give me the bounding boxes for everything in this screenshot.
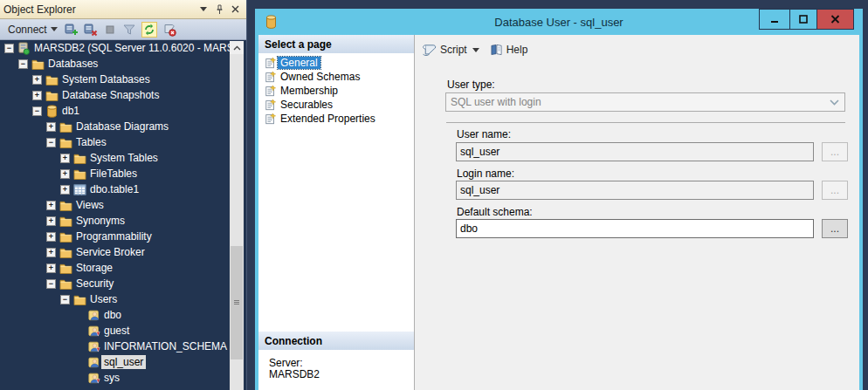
tree-item-programmability[interactable]: +Programmability: [0, 229, 246, 244]
expand-icon[interactable]: +: [46, 201, 56, 210]
expand-icon[interactable]: +: [46, 122, 56, 132]
folder-icon: [72, 153, 87, 164]
login-name-value: sql_user: [460, 184, 499, 196]
folder-icon: [31, 58, 45, 70]
page-item-label: Extended Properties: [278, 113, 378, 125]
object-explorer-title: Object Explorer: [3, 3, 196, 16]
tree-item-tables[interactable]: −Tables: [0, 134, 246, 150]
page-item-securables[interactable]: Securables: [258, 98, 414, 112]
expand-icon[interactable]: +: [60, 169, 70, 179]
filter-icon[interactable]: [121, 21, 138, 38]
connect-button[interactable]: Connect: [4, 21, 61, 38]
login-name-input: sql_user: [456, 181, 814, 200]
scroll-up-icon[interactable]: [230, 41, 244, 54]
tree-item-synonyms[interactable]: +Synonyms: [0, 213, 246, 229]
select-a-page-panel: Select a page GeneralOwned SchemasMember…: [258, 35, 415, 390]
tree-item-information-schema[interactable]: INFORMATION_SCHEMA: [0, 339, 246, 354]
expand-icon[interactable]: +: [32, 75, 42, 85]
collapse-icon[interactable]: −: [46, 279, 56, 289]
close-icon[interactable]: [227, 3, 243, 17]
default-schema-input[interactable]: dbo: [456, 219, 814, 238]
folder-icon: [45, 90, 59, 101]
tree-item-label: Database Diagrams: [73, 120, 171, 133]
collapse-icon[interactable]: −: [46, 138, 56, 147]
object-explorer-titlebar[interactable]: Object Explorer: [0, 0, 246, 19]
pin-icon[interactable]: [211, 3, 227, 17]
server-icon: [17, 42, 31, 55]
disconnect-server-icon[interactable]: [82, 21, 100, 38]
page-icon: [263, 71, 278, 83]
select-a-page-header: Select a page: [258, 35, 414, 53]
refresh-icon[interactable]: [140, 21, 159, 38]
tree-item-db1[interactable]: −db1: [0, 103, 246, 119]
expand-icon[interactable]: +: [60, 185, 70, 195]
tree-item-guest[interactable]: guest: [0, 323, 246, 339]
folder-icon: [72, 168, 87, 180]
tree-item-sql-user[interactable]: sql_user: [0, 354, 246, 370]
dialog-titlebar[interactable]: Database User - sql_user: [258, 9, 859, 35]
tree-item-system-databases[interactable]: +System Databases: [0, 72, 246, 87]
collapse-icon[interactable]: −: [4, 44, 14, 53]
expand-icon[interactable]: +: [46, 232, 56, 242]
script-dropdown-button[interactable]: [472, 48, 479, 52]
script-error-icon[interactable]: [161, 21, 178, 38]
script-button[interactable]: Script: [422, 44, 467, 56]
object-explorer-panel: Object Explorer Connect −MARSDB2 (SQL Se…: [0, 0, 247, 390]
folder-icon: [45, 74, 59, 86]
tree-item-label: Storage: [73, 261, 115, 275]
help-label: Help: [506, 44, 528, 56]
expand-icon[interactable]: +: [46, 248, 56, 257]
expand-icon[interactable]: +: [32, 91, 42, 100]
window-position-menu-icon[interactable]: [196, 3, 211, 17]
tree-item-label: Databases: [45, 57, 100, 71]
page-item-general[interactable]: General: [258, 56, 414, 70]
page-item-membership[interactable]: Membership: [258, 84, 414, 98]
tree-item-filetables[interactable]: +FileTables: [0, 166, 246, 181]
tree-item-dbo-table1[interactable]: +dbo.table1: [0, 181, 246, 197]
expand-icon[interactable]: +: [46, 216, 56, 226]
thumb-grip: [234, 300, 239, 304]
server-value: MARSDB2: [269, 369, 414, 380]
tree-item-views[interactable]: +Views: [0, 197, 246, 213]
close-button[interactable]: [817, 9, 854, 30]
tree-item-dbo[interactable]: dbo: [0, 307, 246, 323]
table-icon: [72, 184, 87, 195]
tree-item-security[interactable]: −Security: [0, 276, 246, 291]
default-schema-browse-button[interactable]: ...: [822, 219, 848, 238]
page-item-label: Owned Schemas: [278, 71, 362, 83]
tree-item-sys[interactable]: sys: [0, 370, 246, 386]
tree-item-database-diagrams[interactable]: +Database Diagrams: [0, 119, 246, 134]
tree-item-label: Security: [73, 277, 116, 291]
page-icon: [263, 113, 278, 125]
tree-item-label: Views: [73, 198, 107, 212]
login-name-label: Login name:: [457, 168, 514, 180]
dialog-toolbar: Script Help: [415, 35, 859, 65]
page-item-extended-properties[interactable]: Extended Properties: [258, 112, 414, 126]
tree-item-marsdb2-sql-server-11-0-6020-marsd[interactable]: −MARSDB2 (SQL Server 11.0.6020 - MARSD: [0, 40, 246, 56]
default-schema-label: Default schema:: [457, 206, 533, 218]
collapse-icon[interactable]: −: [18, 59, 28, 69]
page-item-owned-schemas[interactable]: Owned Schemas: [258, 70, 414, 84]
tree-item-databases[interactable]: −Databases: [0, 56, 246, 72]
connect-label: Connect: [8, 24, 47, 36]
help-button[interactable]: Help: [490, 44, 528, 56]
expand-icon[interactable]: +: [46, 263, 56, 273]
tree-item-database-snapshots[interactable]: +Database Snapshots: [0, 87, 246, 103]
minimize-button[interactable]: [759, 9, 790, 30]
tree-item-service-broker[interactable]: +Service Broker: [0, 244, 246, 260]
tree-item-storage[interactable]: +Storage: [0, 260, 246, 276]
expand-icon[interactable]: +: [60, 154, 70, 163]
collapse-icon[interactable]: −: [32, 106, 42, 116]
scrollbar-thumb[interactable]: [231, 246, 243, 359]
tree-item-label: Database Snapshots: [59, 88, 162, 102]
tree-scrollbar[interactable]: [230, 41, 244, 390]
tree-item-system-tables[interactable]: +System Tables: [0, 150, 246, 166]
collapse-icon[interactable]: −: [60, 295, 70, 304]
folder-icon: [59, 200, 73, 211]
script-icon: [422, 44, 437, 56]
maximize-button[interactable]: [790, 9, 817, 30]
tree-item-users[interactable]: −Users: [0, 291, 246, 307]
folder-icon: [59, 263, 73, 274]
object-explorer-tree: −MARSDB2 (SQL Server 11.0.6020 - MARSD−D…: [0, 40, 246, 390]
connect-server-icon[interactable]: [63, 21, 80, 38]
